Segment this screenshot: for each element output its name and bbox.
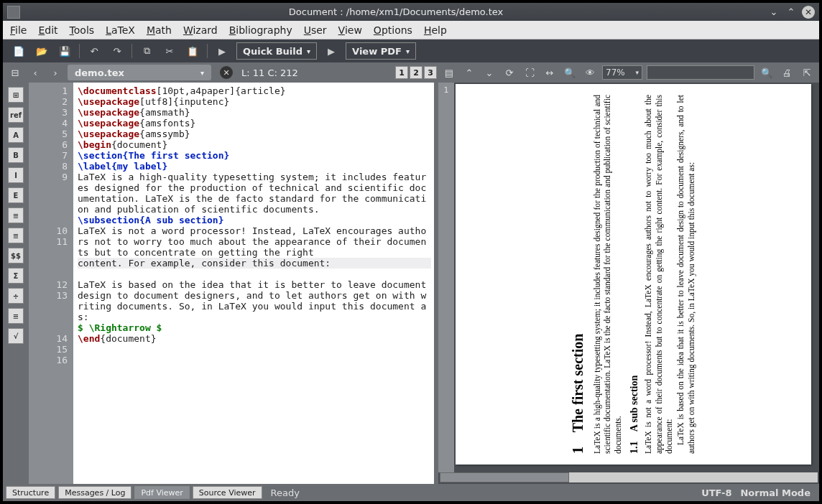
left-tool-9[interactable]: Σ xyxy=(8,268,24,284)
menu-view[interactable]: View xyxy=(338,24,362,36)
left-tool-10[interactable]: ÷ xyxy=(8,288,24,304)
pdf-pane: 1 1 The first section LaTeX is a high-qu… xyxy=(438,83,819,484)
minimize-button[interactable]: ⌄ xyxy=(767,6,780,19)
code-line: \documentclass[10pt,a4paper]{article} xyxy=(78,85,431,96)
scrollbar-thumb[interactable] xyxy=(440,472,569,482)
zoom-in-icon[interactable]: 🔍 xyxy=(562,65,578,80)
pdf-viewport[interactable]: 1 The first section LaTeX is a high-qual… xyxy=(454,83,819,472)
document-tab[interactable]: demo.tex ▾ xyxy=(68,65,211,80)
app-window: Document : /home/xm1/Documents/demo.tex … xyxy=(3,3,819,501)
encoding-label: UTF-8 xyxy=(701,487,731,498)
code-line: LaTeX is based on the idea that it is be… xyxy=(78,279,431,322)
code-line: \usepackage{amsfonts} xyxy=(78,118,431,129)
code-line: \usepackage{amsmath} xyxy=(78,107,431,118)
tab-source-viewer[interactable]: Source Viewer xyxy=(193,486,262,499)
left-tool-0[interactable]: ⊞ xyxy=(8,87,24,103)
menu-options[interactable]: Options xyxy=(374,24,412,36)
code-line: \end{document} xyxy=(78,333,431,344)
main-area: ⊞refABIE≡≡$$Σ÷≡√ 12345678910111213141516… xyxy=(3,83,819,484)
print-icon[interactable]: 🖨 xyxy=(779,65,795,80)
maximize-button[interactable]: ⌃ xyxy=(785,6,798,19)
left-tool-3[interactable]: B xyxy=(8,147,24,163)
undo-icon[interactable]: ↶ xyxy=(86,42,103,60)
page-layout-selector[interactable]: 1 2 3 xyxy=(395,66,437,79)
left-tool-6[interactable]: ≡ xyxy=(8,207,24,223)
close-button[interactable]: ✕ xyxy=(802,6,815,19)
tab-messages[interactable]: Messages / Log xyxy=(58,486,131,499)
menu-tools[interactable]: Tools xyxy=(70,24,95,36)
menu-bibliography[interactable]: Bibliography xyxy=(229,24,292,36)
quick-build-combo[interactable]: Quick Build▾ xyxy=(236,42,317,60)
pdf-search-input[interactable] xyxy=(647,65,754,80)
pdf-page-indicator: 1 xyxy=(438,83,454,472)
menu-user[interactable]: User xyxy=(304,24,327,36)
pdf-down-icon[interactable]: ⌄ xyxy=(481,65,497,80)
left-tool-11[interactable]: ≡ xyxy=(8,308,24,324)
pdf-paragraph: LaTeX is a high-quality typesetting syst… xyxy=(592,95,623,454)
menu-latex[interactable]: LaTeX xyxy=(106,24,135,36)
code-line: \subsection{A sub section} xyxy=(78,215,431,225)
left-tool-12[interactable]: √ xyxy=(8,328,24,344)
fit-width-icon[interactable]: ↔ xyxy=(542,65,558,80)
code-line: \usepackage{amssymb} xyxy=(78,129,431,139)
run-icon[interactable]: ▶ xyxy=(213,42,231,60)
code-line: LaTeX is not a word processor! Instead, … xyxy=(78,225,431,269)
external-viewer-icon[interactable]: ⇱ xyxy=(799,65,815,80)
left-tool-8[interactable]: $$ xyxy=(8,248,24,263)
tab-pdf-viewer[interactable]: Pdf Viewer xyxy=(134,486,189,499)
fit-page-icon[interactable]: ⛶ xyxy=(522,65,537,80)
cut-icon[interactable]: ✂ xyxy=(161,42,178,60)
status-text: Ready xyxy=(271,487,300,498)
editor-mode: Normal Mode xyxy=(740,487,811,498)
code-line: LaTeX is a high-quality typesetting syst… xyxy=(78,172,431,215)
menu-math[interactable]: Math xyxy=(147,24,172,36)
pdf-up-icon[interactable]: ⌃ xyxy=(461,65,477,80)
paste-icon[interactable]: 📋 xyxy=(184,42,201,60)
pdf-paragraph: LaTeX is based on the idea that it is be… xyxy=(675,95,696,454)
tab-structure[interactable]: Structure xyxy=(6,486,55,499)
menu-wizard[interactable]: Wizard xyxy=(183,24,218,36)
left-tool-7[interactable]: ≡ xyxy=(8,228,24,243)
menu-help[interactable]: Help xyxy=(424,24,447,36)
eye-icon[interactable]: 👁 xyxy=(582,65,598,80)
document-tab-label: demo.tex xyxy=(75,67,124,78)
code-editor[interactable]: \documentclass[10pt,a4paper]{article}\us… xyxy=(73,83,434,484)
cursor-position: L: 11 C: 212 xyxy=(241,67,298,78)
code-line: \label{my label} xyxy=(78,161,431,172)
open-file-icon[interactable]: 📂 xyxy=(33,42,50,60)
toggle-viewer-icon[interactable]: ▤ xyxy=(441,65,457,80)
code-line xyxy=(78,269,431,279)
left-tool-2[interactable]: A xyxy=(8,127,24,143)
pdf-section-title: 1 The first section xyxy=(570,95,586,454)
window-title: Document : /home/xm1/Documents/demo.tex xyxy=(24,6,767,17)
app-icon xyxy=(7,6,20,19)
run-view-icon[interactable]: ▶ xyxy=(323,42,340,60)
panel-toggle-icon[interactable]: ⊟ xyxy=(7,65,23,80)
save-file-icon[interactable]: 💾 xyxy=(56,42,73,60)
left-tool-1[interactable]: ref xyxy=(8,107,24,123)
pdf-rotate-icon[interactable]: ⟳ xyxy=(502,65,517,80)
copy-icon[interactable]: ⧉ xyxy=(138,42,155,60)
zoom-level[interactable]: 77%▾ xyxy=(602,65,642,80)
left-tool-5[interactable]: E xyxy=(8,187,24,203)
pdf-horizontal-scrollbar[interactable] xyxy=(440,472,818,482)
search-icon[interactable]: 🔍 xyxy=(759,65,775,80)
code-line: \begin{document} xyxy=(78,139,431,150)
prev-doc-icon[interactable]: ‹ xyxy=(27,65,43,80)
document-bar: ⊟ ‹ › demo.tex ▾ ✕ L: 11 C: 212 1 2 3 ▤ … xyxy=(3,62,819,83)
line-gutter: 12345678910111213141516 xyxy=(29,83,73,484)
bottom-bar: Structure Messages / Log Pdf Viewer Sour… xyxy=(3,484,819,501)
close-tab-icon[interactable]: ✕ xyxy=(220,66,233,79)
dropdown-icon: ▾ xyxy=(200,69,204,77)
pdf-paragraph: LaTeX is not a word processor! Instead, … xyxy=(643,95,674,454)
editor-pane: 12345678910111213141516 \documentclass[1… xyxy=(29,83,434,484)
view-pdf-combo[interactable]: View PDF▾ xyxy=(346,42,416,60)
next-doc-icon[interactable]: › xyxy=(47,65,63,80)
left-tool-4[interactable]: I xyxy=(8,167,24,183)
menu-file[interactable]: File xyxy=(10,24,27,36)
menu-edit[interactable]: Edit xyxy=(38,24,57,36)
new-file-icon[interactable]: 📄 xyxy=(10,42,27,60)
left-toolbar: ⊞refABIE≡≡$$Σ÷≡√ xyxy=(3,83,29,484)
redo-icon[interactable]: ↷ xyxy=(108,42,126,60)
code-line: \usepackage[utf8]{inputenc} xyxy=(78,96,431,107)
